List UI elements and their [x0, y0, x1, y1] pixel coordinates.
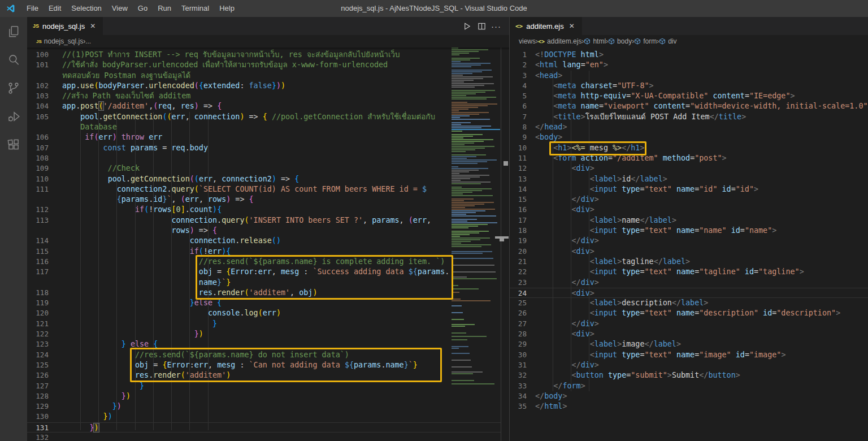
line-number: 17 [510, 215, 527, 226]
code-line-3: 3<head> [510, 71, 868, 81]
tab-strip-right: <> additem.ejs ✕ [510, 17, 868, 35]
breadcrumb-item-nodejs-sql-js[interactable]: JSnodejs_sql.js [36, 37, 83, 45]
overview-ruler [501, 47, 509, 441]
code-editor-right[interactable]: 1<!DOCTYPE html>2<html lang="en">3<head>… [510, 47, 868, 441]
menu-selection[interactable]: Selection [66, 0, 106, 17]
line-number: 16 [510, 205, 527, 215]
tab-additem-ejs[interactable]: <> additem.ejs ✕ [510, 17, 582, 35]
code-line-104: 104app.post('/additem',(req, res) => { [27, 101, 501, 111]
close-tab-icon[interactable]: ✕ [88, 21, 97, 31]
code-line-23: 23 </div> [510, 278, 868, 288]
line-number: 131 [27, 423, 49, 433]
code-file-icon: <> [538, 38, 545, 45]
line-number: 18 [510, 226, 527, 236]
code-line-121: 121 } [27, 319, 501, 329]
tab-label: additem.ejs [526, 22, 563, 31]
code-line-wrap: ทดสอบด้วย Postman ลงฐานข้อมูลได้ [27, 71, 501, 81]
line-number: 7 [510, 112, 527, 122]
line-number: 29 [510, 339, 527, 349]
line-number: 117 [27, 267, 49, 277]
code-line-12: 12 <div> [510, 163, 868, 174]
code-line-101: 101//ใช้คำสั่ง bodyParser.urlencoded เพื… [27, 60, 501, 70]
vscode-window: FileEditSelectionViewGoRunTerminalHelp n… [0, 0, 868, 441]
line-number: 22 [510, 267, 527, 277]
line-number: 103 [27, 91, 49, 101]
line-number: 105 [27, 112, 49, 122]
menu-view[interactable]: View [107, 0, 133, 17]
line-number: 27 [510, 319, 527, 329]
line-number: 113 [27, 215, 49, 226]
breadcrumb-item-body[interactable]: body [608, 37, 632, 45]
line-number: 4 [510, 81, 527, 91]
line-number: 106 [27, 132, 49, 142]
menu-edit[interactable]: Edit [44, 0, 66, 17]
line-number: 21 [510, 257, 527, 267]
code-line-107: 107 const params = req.body [27, 143, 501, 153]
breadcrumb-left: JSnodejs_sql.js›... [27, 35, 509, 47]
line-number: 112 [27, 205, 49, 215]
vscode-logo-icon [6, 3, 16, 14]
line-number: 28 [510, 329, 527, 339]
tab-label: nodejs_sql.js [42, 22, 85, 31]
more-actions-button[interactable]: ··· [489, 19, 504, 33]
line-number: 129 [27, 401, 49, 412]
line-number: 126 [27, 370, 49, 381]
code-line-wrap: rows) => { [27, 226, 501, 236]
code-line-113: 113 connection.query('INSERT INTO beers … [27, 215, 501, 226]
menu-run[interactable]: Run [153, 0, 176, 17]
split-editor-button[interactable] [474, 19, 489, 33]
line-number: 101 [27, 60, 49, 70]
menu-bar: FileEditSelectionViewGoRunTerminalHelp [21, 0, 240, 17]
code-line-14: 14 <input type="text" name="id" id="id"> [510, 184, 868, 194]
code-line-114: 114 connection.release() [27, 236, 501, 246]
line-number: 128 [27, 391, 49, 401]
explorer-icon[interactable] [0, 18, 27, 45]
code-line-8: 8</head> [510, 122, 868, 132]
code-line-6: 6 <meta name="viewport" content="width=d… [510, 101, 868, 111]
menu-terminal[interactable]: Terminal [176, 0, 214, 17]
breadcrumb-item-additem-ejs[interactable]: <>additem.ejs [538, 37, 581, 45]
menu-help[interactable]: Help [214, 0, 240, 17]
overview-cursor-stem [500, 239, 504, 241]
line-number: 10 [510, 143, 527, 153]
code-line-109: 109 //Check [27, 163, 501, 174]
scroll-shadow [27, 47, 509, 50]
line-number: 31 [510, 360, 527, 370]
code-line-130: 130 }) [27, 412, 501, 422]
line-number: 15 [510, 194, 527, 205]
run-file-button[interactable] [459, 19, 474, 33]
line-number: 115 [27, 247, 49, 257]
line-number: 100 [27, 50, 49, 60]
line-number: 125 [27, 360, 49, 370]
code-line-24: 24 <div> [510, 288, 868, 298]
line-number: 107 [27, 143, 49, 153]
activity-bar [0, 17, 27, 441]
tab-nodejs-sql-js[interactable]: JS nodejs_sql.js ✕ [27, 17, 103, 35]
breadcrumb-item-form[interactable]: form [634, 37, 657, 45]
line-number: 14 [510, 184, 527, 194]
line-number: 122 [27, 329, 49, 339]
breadcrumb-item-div[interactable]: div [659, 37, 676, 45]
search-icon[interactable] [0, 46, 27, 74]
run-debug-icon[interactable] [0, 103, 27, 130]
line-number: 26 [510, 308, 527, 318]
code-line-19: 19 </div> [510, 236, 868, 246]
close-tab-icon[interactable]: ✕ [567, 21, 576, 31]
breadcrumb-item-views[interactable]: views [519, 37, 536, 45]
line-number: 20 [510, 247, 527, 257]
minimap[interactable] [450, 47, 501, 441]
extensions-icon[interactable] [0, 131, 27, 158]
line-number: 25 [510, 298, 527, 308]
breadcrumb-item--[interactable]: ... [85, 37, 91, 45]
menu-go[interactable]: Go [133, 0, 153, 17]
menu-file[interactable]: File [21, 0, 44, 17]
source-control-icon[interactable] [0, 75, 27, 102]
tab-strip-left: JS nodejs_sql.js ✕ ··· [27, 17, 509, 35]
breadcrumb-item-html[interactable]: html [584, 37, 606, 45]
line-number: 104 [27, 101, 49, 111]
code-line-34: 34</body> [510, 391, 868, 401]
symbol-cube-icon [584, 38, 591, 45]
highlight-success-render-block [196, 255, 453, 300]
symbol-cube-icon [634, 38, 641, 45]
line-number: 120 [27, 308, 49, 318]
